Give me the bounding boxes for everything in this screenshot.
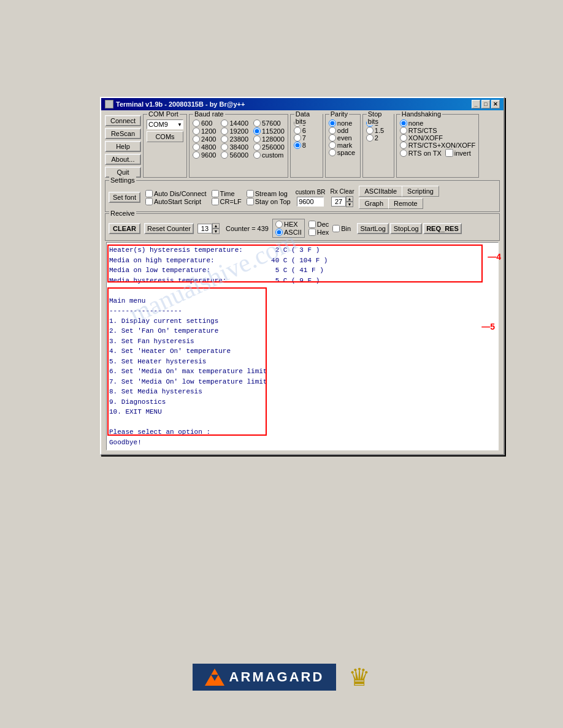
baud-1200[interactable]: 1200 bbox=[193, 127, 216, 135]
rx-clear-up[interactable]: ▲ bbox=[346, 196, 353, 202]
invert-check[interactable]: invert bbox=[445, 149, 471, 157]
databits-6[interactable]: 6 bbox=[294, 127, 320, 134]
tab-row-2: Graph Remote bbox=[359, 198, 438, 209]
action-buttons: Connect ReScan Help About... Quit bbox=[105, 114, 141, 178]
help-button[interactable]: Help bbox=[105, 141, 141, 152]
clear-button[interactable]: CLEAR bbox=[109, 223, 140, 234]
hex-check[interactable]: Hex bbox=[308, 229, 329, 236]
baud-128000[interactable]: 128000 bbox=[253, 135, 285, 143]
baud-19200[interactable]: 19200 bbox=[221, 127, 248, 135]
baud-600[interactable]: 600 bbox=[193, 119, 216, 127]
bottom-logo-area: ARMAGARD ♛ bbox=[0, 663, 563, 691]
startlog-button[interactable]: StartLog bbox=[357, 223, 389, 234]
parity-none[interactable]: none bbox=[329, 119, 357, 127]
app-icon bbox=[105, 100, 113, 108]
close-button[interactable]: ✕ bbox=[491, 100, 500, 108]
rx-clear-label: Rx Clear bbox=[331, 188, 354, 195]
bin-check[interactable]: Bin bbox=[332, 225, 351, 232]
scripting-button[interactable]: Scripting bbox=[402, 186, 439, 197]
about-button[interactable]: About... bbox=[105, 154, 141, 165]
baud-rate-group: Baud rate 600 1200 2400 4800 9600 14400 … bbox=[189, 114, 288, 178]
databits-8[interactable]: 8 bbox=[294, 142, 320, 149]
stop-bits-label: Stop bits bbox=[367, 110, 394, 125]
parity-odd[interactable]: odd bbox=[329, 127, 357, 134]
parity-mark[interactable]: mark bbox=[329, 142, 357, 149]
rescan-button[interactable]: ReScan bbox=[105, 128, 141, 139]
dec-check[interactable]: Dec bbox=[308, 221, 329, 228]
baud-57600[interactable]: 57600 bbox=[253, 119, 285, 127]
baud-4800[interactable]: 4800 bbox=[193, 143, 216, 151]
output-line: 10. EXIT MENU bbox=[109, 407, 496, 417]
autostart-script-check[interactable]: AutoStart Script bbox=[145, 198, 207, 205]
auto-dis-connect-check[interactable]: Auto Dis/Connect bbox=[145, 190, 207, 197]
graph-button[interactable]: Graph bbox=[359, 198, 389, 209]
counter-spinner: ▲ ▼ bbox=[197, 223, 220, 234]
hex-ascii-section: HEX ASCII bbox=[272, 219, 305, 238]
output-line: 3. Set Fan hysteresis bbox=[109, 336, 496, 347]
reset-counter-button[interactable]: Reset Counter bbox=[144, 223, 194, 234]
hs-none[interactable]: none bbox=[400, 119, 476, 127]
rx-clear-spinner: ▲ ▼ bbox=[331, 196, 353, 207]
com-port-select[interactable]: COM9 bbox=[147, 119, 183, 129]
data-bits-group: Data bits 5 6 7 8 bbox=[290, 114, 323, 178]
settings-checkboxes-right: Stream log Stay on Top bbox=[247, 190, 291, 205]
hex-radio[interactable]: HEX bbox=[275, 221, 302, 228]
stopbits-2[interactable]: 2 bbox=[366, 134, 391, 142]
hs-rtscts-xonxoff[interactable]: RTS/CTS+XON/XOFF bbox=[400, 142, 476, 149]
baud-2400[interactable]: 2400 bbox=[193, 135, 216, 143]
output-line: Media on high temperature: 40 C ( 104 F … bbox=[109, 256, 496, 266]
minimize-button[interactable]: _ bbox=[472, 100, 480, 108]
counter-down[interactable]: ▼ bbox=[212, 229, 220, 234]
output-line: Goodbye! bbox=[109, 438, 496, 448]
handshaking-group: Handshaking none RTS/CTS XON/XOFF RTS/CT… bbox=[396, 114, 480, 178]
baud-custom[interactable]: custom bbox=[253, 151, 285, 159]
parity-space[interactable]: space bbox=[329, 149, 357, 156]
baud-9600[interactable]: 9600 bbox=[193, 151, 216, 159]
ascii-table-button[interactable]: ASCIItable bbox=[359, 186, 402, 197]
ascii-radio[interactable]: ASCII bbox=[275, 229, 302, 236]
baud-col-1: 600 1200 2400 4800 9600 bbox=[193, 119, 216, 159]
receive-group: Receive CLEAR Reset Counter ▲ ▼ Counter … bbox=[105, 213, 500, 241]
output-line: 1. Display current settings bbox=[109, 316, 496, 327]
connect-button[interactable]: Connect bbox=[105, 115, 141, 126]
hs-xonxoff[interactable]: XON/XOFF bbox=[400, 134, 476, 142]
output-line: 7. Set 'Media On' low temperature limit bbox=[109, 377, 496, 387]
baud-115200[interactable]: 115200 bbox=[253, 127, 285, 135]
output-line: 5. Set Heater hysteresis bbox=[109, 357, 496, 367]
req-res-button[interactable]: REQ_RES bbox=[423, 223, 462, 234]
custom-br-input[interactable] bbox=[297, 197, 324, 207]
stay-on-top-check[interactable]: Stay on Top bbox=[247, 198, 291, 205]
handshaking-label: Handshaking bbox=[400, 110, 442, 118]
databits-7[interactable]: 7 bbox=[294, 134, 320, 142]
crown-icon: ♛ bbox=[348, 663, 370, 691]
coms-button[interactable]: COMs bbox=[147, 131, 183, 142]
output-line: 6. Set 'Media On' max temperature limit bbox=[109, 366, 496, 377]
set-font-button[interactable]: Set font bbox=[109, 192, 140, 203]
remote-button[interactable]: Remote bbox=[388, 198, 423, 209]
data-bits-label: Data bits bbox=[294, 110, 323, 125]
stopbits-1-5[interactable]: 1.5 bbox=[366, 127, 391, 134]
terminal-output: Heater(s) hysteresis temperature: 2 C ( … bbox=[106, 242, 499, 450]
hs-rtsontx[interactable]: RTS on TX bbox=[400, 150, 442, 157]
stream-log-check[interactable]: Stream log bbox=[247, 190, 291, 197]
counter-spinner-input[interactable] bbox=[197, 224, 212, 233]
cr-lf-check[interactable]: CR=LF bbox=[212, 198, 242, 205]
maximize-button[interactable]: □ bbox=[481, 100, 490, 108]
baud-14400[interactable]: 14400 bbox=[221, 119, 248, 127]
parity-even[interactable]: even bbox=[329, 134, 357, 142]
log-buttons: StartLog StopLog REQ_RES bbox=[357, 223, 462, 234]
stoplog-button[interactable]: StopLog bbox=[390, 223, 422, 234]
output-line: Media hysteresis temperature: 5 C ( 9 F … bbox=[109, 276, 496, 286]
baud-256000[interactable]: 256000 bbox=[253, 143, 285, 151]
baud-38400[interactable]: 38400 bbox=[221, 143, 248, 151]
rx-clear-input[interactable] bbox=[331, 197, 346, 207]
baud-23800[interactable]: 23800 bbox=[221, 135, 248, 143]
rx-clear-down[interactable]: ▼ bbox=[346, 202, 353, 207]
hs-rtscts[interactable]: RTS/CTS bbox=[400, 127, 476, 134]
time-check[interactable]: Time bbox=[212, 190, 242, 197]
counter-up[interactable]: ▲ bbox=[212, 223, 220, 229]
hs-rtsontx-row: RTS on TX invert bbox=[400, 149, 476, 157]
baud-56000[interactable]: 56000 bbox=[221, 151, 248, 159]
armagard-text: ARMAGARD bbox=[229, 669, 324, 685]
output-line: Media on low temperature: 5 C ( 41 F ) bbox=[109, 265, 496, 276]
